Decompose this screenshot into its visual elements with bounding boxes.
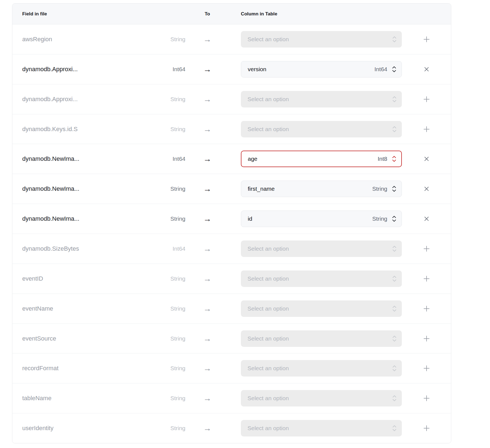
column-select[interactable]: Select an option <box>241 330 402 347</box>
select-placeholder: Select an option <box>247 126 392 132</box>
action-cell <box>402 303 451 315</box>
select-cell: Select an option <box>241 270 402 287</box>
arrow-cell: → <box>185 35 229 44</box>
chevron-updown-icon <box>392 125 397 133</box>
arrow-cell: → <box>185 304 229 313</box>
field-type: Int64 <box>162 245 185 252</box>
add-mapping-button[interactable] <box>421 93 433 105</box>
select-cell: versionInt64 <box>241 61 402 78</box>
mapping-row: dynamodb.Approxi...Int64→versionInt64 <box>12 54 451 84</box>
select-cell: Select an option <box>241 330 402 347</box>
chevron-updown-icon <box>392 65 397 73</box>
plus-icon <box>423 424 430 432</box>
mapping-row: dynamodb.SizeBytesInt64→Select an option <box>12 234 451 264</box>
field-name: recordFormat <box>22 365 162 372</box>
field-type: Int64 <box>162 156 185 162</box>
add-mapping-button[interactable] <box>421 333 433 345</box>
mapping-row: userIdentityString→Select an option <box>12 413 451 443</box>
column-select[interactable]: versionInt64 <box>241 61 402 78</box>
arrow-right-icon: → <box>203 184 211 193</box>
field-type: String <box>162 425 185 432</box>
select-cell: Select an option <box>241 420 402 436</box>
remove-mapping-button[interactable] <box>421 63 433 75</box>
arrow-right-icon: → <box>203 394 211 403</box>
chevron-updown-icon <box>392 155 397 163</box>
action-cell <box>402 422 451 434</box>
select-cell: Select an option <box>241 300 402 317</box>
column-select[interactable]: Select an option <box>241 240 402 257</box>
column-select[interactable]: Select an option <box>241 420 402 436</box>
action-cell <box>402 153 451 165</box>
column-select[interactable]: first_nameString <box>241 181 402 197</box>
action-cell <box>402 213 451 225</box>
select-placeholder: Select an option <box>247 335 392 342</box>
selected-column-name: version <box>248 66 374 73</box>
plus-icon <box>423 364 430 372</box>
column-select[interactable]: idString <box>241 211 402 227</box>
selected-column-name: age <box>248 156 378 162</box>
field-name: tableName <box>22 395 162 402</box>
field-type: Int64 <box>162 66 185 73</box>
remove-mapping-button[interactable] <box>421 183 433 195</box>
select-cell: idString <box>241 211 402 227</box>
select-placeholder: Select an option <box>247 36 392 43</box>
action-cell <box>402 33 451 45</box>
field-type: String <box>162 335 185 342</box>
remove-mapping-button[interactable] <box>421 213 433 225</box>
column-select[interactable]: Select an option <box>241 390 402 406</box>
action-cell <box>402 392 451 404</box>
mapping-row: dynamodb.NewIma...String→first_nameStrin… <box>12 174 451 204</box>
add-mapping-button[interactable] <box>421 303 433 315</box>
field-name: dynamodb.SizeBytes <box>22 245 162 252</box>
chevron-updown-icon <box>392 275 397 283</box>
column-select[interactable]: Select an option <box>241 31 402 48</box>
add-mapping-button[interactable] <box>421 123 433 135</box>
plus-icon <box>423 335 430 342</box>
action-cell <box>402 333 451 345</box>
select-placeholder: Select an option <box>247 425 392 432</box>
plus-icon <box>423 305 430 313</box>
field-name: userIdentity <box>22 425 162 432</box>
add-mapping-button[interactable] <box>421 33 433 45</box>
column-select[interactable]: Select an option <box>241 121 402 137</box>
field-type: String <box>162 126 185 132</box>
field-name: awsRegion <box>22 36 162 43</box>
arrow-cell: → <box>185 364 229 373</box>
remove-mapping-button[interactable] <box>421 153 433 165</box>
arrow-cell: → <box>185 214 229 223</box>
add-mapping-button[interactable] <box>421 273 433 285</box>
column-select[interactable]: Select an option <box>241 91 402 107</box>
column-select[interactable]: Select an option <box>241 300 402 317</box>
chevron-updown-icon <box>392 185 397 193</box>
add-mapping-button[interactable] <box>421 422 433 434</box>
select-placeholder: Select an option <box>247 245 392 252</box>
add-mapping-button[interactable] <box>421 243 433 255</box>
add-mapping-button[interactable] <box>421 362 433 374</box>
field-type: String <box>162 215 185 222</box>
arrow-right-icon: → <box>203 154 211 164</box>
add-mapping-button[interactable] <box>421 392 433 404</box>
select-placeholder: Select an option <box>247 395 392 402</box>
column-select[interactable]: Select an option <box>241 270 402 287</box>
field-name: dynamodb.NewIma... <box>22 215 162 222</box>
column-select[interactable]: Select an option <box>241 360 402 377</box>
plus-icon <box>423 95 430 103</box>
arrow-right-icon: → <box>203 364 211 373</box>
column-select[interactable]: ageInt8 <box>241 151 402 167</box>
action-cell <box>402 123 451 135</box>
chevron-updown-icon <box>392 364 397 372</box>
arrow-cell: → <box>185 184 229 193</box>
x-icon <box>423 155 430 162</box>
chevron-updown-icon <box>392 335 397 342</box>
arrow-cell: → <box>185 65 229 74</box>
arrow-right-icon: → <box>203 334 211 343</box>
field-type: String <box>162 365 185 372</box>
chevron-updown-icon <box>392 95 397 103</box>
arrow-right-icon: → <box>203 65 211 74</box>
field-name: eventID <box>22 275 162 282</box>
mapping-row: tableNameString→Select an option <box>12 383 451 413</box>
action-cell <box>402 183 451 195</box>
field-name: eventName <box>22 305 162 312</box>
action-cell <box>402 243 451 255</box>
column-header-field-in-file: Field in file <box>22 11 185 17</box>
